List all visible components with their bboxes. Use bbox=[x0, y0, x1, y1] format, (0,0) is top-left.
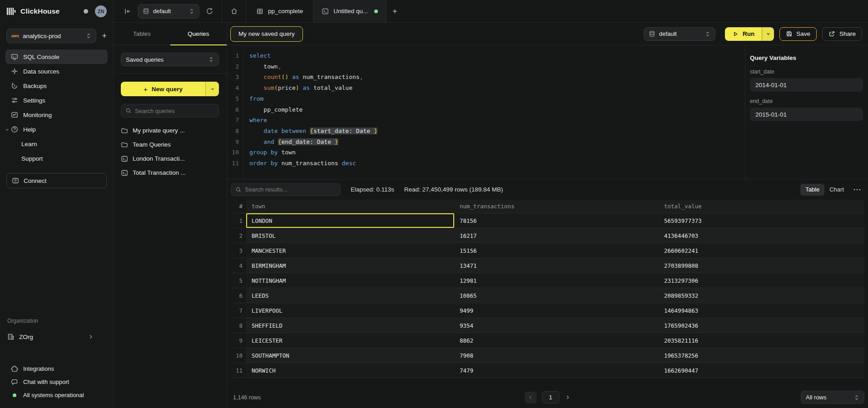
table-cell[interactable]: 2313297306 bbox=[659, 273, 864, 288]
table-cell[interactable]: 2089859332 bbox=[659, 288, 864, 303]
table-cell[interactable]: 15156 bbox=[454, 243, 659, 258]
add-service-button[interactable]: + bbox=[102, 32, 107, 40]
run-options-button[interactable] bbox=[762, 27, 774, 41]
run-database-selector[interactable]: default bbox=[644, 27, 715, 41]
connect-button[interactable]: Connect bbox=[6, 173, 107, 188]
table-cell[interactable]: 1464994863 bbox=[659, 303, 864, 318]
sidebar-item-backups[interactable]: Backups bbox=[5, 79, 108, 93]
view-chart-button[interactable]: Chart bbox=[824, 184, 849, 196]
saved-query-london-transacti[interactable]: London Transacti... bbox=[121, 152, 219, 166]
tab-pp-complete[interactable]: pp_complete bbox=[246, 0, 313, 22]
tab-queries[interactable]: Queries bbox=[170, 23, 227, 45]
table-cell[interactable]: 78156 bbox=[454, 213, 659, 228]
table-cell[interactable]: NORWICH bbox=[246, 363, 454, 378]
save-button[interactable]: Save bbox=[779, 27, 817, 41]
refresh-icon[interactable] bbox=[204, 5, 215, 17]
sidebar-footer-chat-with-support[interactable]: Chat with support bbox=[5, 375, 108, 388]
table-cell[interactable]: BRISTOL bbox=[246, 228, 454, 243]
sql-editor[interactable]: 1234567891011 select town, count() as nu… bbox=[227, 45, 745, 179]
table-cell[interactable]: SHEFFIELD bbox=[246, 318, 454, 333]
table-cell[interactable]: 1765902436 bbox=[659, 318, 864, 333]
table-cell[interactable]: 16217 bbox=[454, 228, 659, 243]
prev-page-button[interactable] bbox=[525, 392, 536, 403]
sidebar-item-help[interactable]: Help bbox=[5, 122, 108, 137]
organization-item[interactable]: ZOrg bbox=[0, 329, 113, 344]
variable-input-end-date[interactable] bbox=[750, 108, 863, 121]
saved-query-tab[interactable]: My new saved query bbox=[230, 26, 303, 42]
page-size-selector[interactable]: All rows bbox=[801, 391, 864, 404]
table-cell[interactable]: BIRMINGHAM bbox=[246, 258, 454, 273]
table-cell[interactable]: 12981 bbox=[454, 273, 659, 288]
table-cell[interactable]: NOTTINGHAM bbox=[246, 273, 454, 288]
table-cell[interactable]: 56593977373 bbox=[659, 213, 864, 228]
page-number[interactable]: 1 bbox=[542, 391, 559, 403]
sidebar-footer-integrations[interactable]: Integrations bbox=[5, 362, 108, 375]
database-name: default bbox=[153, 8, 171, 15]
search-icon bbox=[125, 108, 132, 114]
table-cell[interactable]: 7908 bbox=[454, 348, 659, 363]
table-cell[interactable]: SOUTHAMPTON bbox=[246, 348, 454, 363]
table-cell[interactable]: 7479 bbox=[454, 363, 659, 378]
new-query-options-button[interactable] bbox=[205, 82, 219, 96]
table-cell[interactable]: 2035821116 bbox=[659, 333, 864, 348]
table-cell[interactable]: LONDON bbox=[246, 213, 454, 228]
panel-tabs: Tables Queries bbox=[114, 23, 227, 45]
next-page-button[interactable] bbox=[565, 394, 570, 400]
code-line: from bbox=[249, 93, 377, 104]
column-header-town[interactable]: town bbox=[246, 200, 454, 213]
sidebar-item-sql-console[interactable]: SQL Console bbox=[5, 49, 108, 64]
search-results-input[interactable] bbox=[245, 186, 336, 193]
sidebar-item-data-sources[interactable]: Data sources bbox=[5, 64, 108, 79]
new-query-button[interactable]: + New query bbox=[121, 82, 205, 96]
content-row: Saved queries + New query bbox=[114, 45, 868, 408]
share-button[interactable]: Share bbox=[822, 27, 862, 41]
column-header-index[interactable]: # bbox=[231, 200, 246, 213]
sidebar-footer-all-systems-operational[interactable]: All systems operational bbox=[5, 388, 108, 402]
table-cell[interactable]: 9499 bbox=[454, 303, 659, 318]
run-button[interactable]: Run bbox=[725, 27, 762, 41]
table-cell[interactable]: 1965378256 bbox=[659, 348, 864, 363]
search-queries-input[interactable] bbox=[135, 108, 214, 114]
table-cell[interactable]: 4136446703 bbox=[659, 228, 864, 243]
table-cell[interactable]: 9354 bbox=[454, 318, 659, 333]
organization-name: ZOrg bbox=[19, 334, 33, 340]
saved-queries-selector[interactable]: Saved queries bbox=[121, 53, 219, 66]
collapse-sidebar-icon[interactable] bbox=[121, 5, 133, 17]
table-cell[interactable]: LEEDS bbox=[246, 288, 454, 303]
help-icon bbox=[11, 126, 18, 133]
tab-untitled-query[interactable]: Untitled qu... bbox=[313, 0, 387, 22]
sidebar-item-monitoring[interactable]: Monitoring bbox=[5, 108, 108, 122]
sidebar-item-settings[interactable]: Settings bbox=[5, 93, 108, 108]
column-header-num-transactions[interactable]: num_transactions bbox=[454, 200, 659, 213]
sidebar-subitem-learn[interactable]: Learn bbox=[5, 137, 108, 151]
query-icon bbox=[121, 169, 128, 177]
new-query-group: + New query bbox=[121, 82, 219, 96]
table-cell[interactable]: MANCHESTER bbox=[246, 243, 454, 258]
sidebar: ClickHouse ZN aws analytics-prod + SQL C… bbox=[0, 0, 114, 408]
more-options-icon[interactable]: ··· bbox=[853, 186, 862, 193]
sidebar-footer: IntegrationsChat with supportAll systems… bbox=[0, 347, 113, 408]
tab-tables[interactable]: Tables bbox=[114, 23, 170, 45]
new-tab-button[interactable]: + bbox=[387, 0, 403, 22]
variable-input-start-date[interactable] bbox=[750, 78, 863, 92]
saved-query-my-private-query[interactable]: My private query ... bbox=[121, 123, 219, 138]
saved-query-team-queries[interactable]: Team Queries bbox=[121, 138, 219, 152]
table-cell[interactable]: LIVERPOOL bbox=[246, 303, 454, 318]
table-cell[interactable]: 8862 bbox=[454, 333, 659, 348]
table-cell[interactable]: 2660602241 bbox=[659, 243, 864, 258]
table-cell[interactable]: 2703899808 bbox=[659, 258, 864, 273]
run-label: Run bbox=[743, 30, 754, 37]
column-header-total-value[interactable]: total_value bbox=[659, 200, 864, 213]
saved-query-label: London Transacti... bbox=[133, 155, 185, 162]
home-icon[interactable] bbox=[222, 0, 246, 22]
database-selector[interactable]: default bbox=[138, 4, 199, 19]
sidebar-subitem-support[interactable]: Support bbox=[5, 151, 108, 166]
table-cell[interactable]: 1662690447 bbox=[659, 363, 864, 378]
saved-query-total-transaction[interactable]: Total Transaction ... bbox=[121, 166, 219, 180]
table-cell[interactable]: 10865 bbox=[454, 288, 659, 303]
table-cell[interactable]: LEICESTER bbox=[246, 333, 454, 348]
table-cell[interactable]: 13471 bbox=[454, 258, 659, 273]
service-selector[interactable]: aws analytics-prod bbox=[6, 29, 96, 43]
view-table-button[interactable]: Table bbox=[800, 184, 824, 196]
avatar[interactable]: ZN bbox=[95, 5, 107, 17]
